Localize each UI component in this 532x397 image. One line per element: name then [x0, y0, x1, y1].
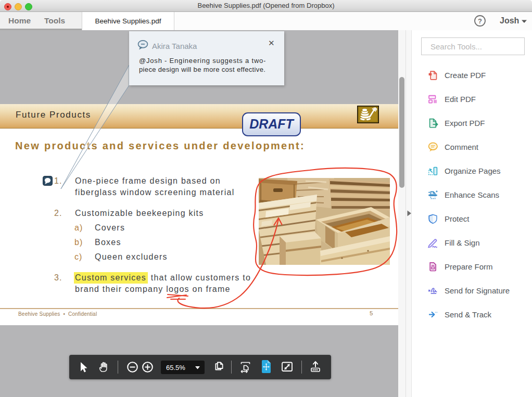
svg-text:?: ? [478, 17, 482, 25]
